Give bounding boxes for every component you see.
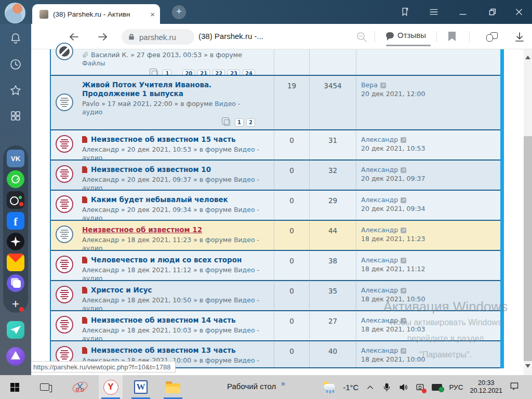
vk-icon[interactable]: VK — [7, 150, 24, 167]
taskbar-clock[interactable]: 20:33 20.12.2021 — [470, 379, 502, 395]
microphone-icon[interactable] — [382, 382, 392, 392]
facebook-icon[interactable]: f — [7, 212, 24, 230]
forward-icon[interactable] — [97, 31, 109, 43]
last-post-author-link[interactable]: Александр — [361, 226, 398, 234]
topic-row[interactable]: Василий К. » 27 фев 2013, 00:53 » в фору… — [51, 49, 500, 75]
purple-app-icon[interactable] — [7, 274, 24, 292]
bookmarks-star-icon[interactable] — [9, 84, 22, 97]
snipping-tool-button[interactable] — [69, 375, 91, 399]
topic-title-link[interactable]: Неизвестное об известном 13 часть — [91, 346, 236, 355]
scrollbar-thumb[interactable] — [524, 136, 532, 361]
action-center-icon[interactable] — [509, 381, 520, 393]
goto-last-post-icon[interactable]: ↗ — [401, 318, 406, 324]
topic-title-link[interactable]: Неизвестное об известном 10 — [91, 165, 211, 174]
start-button[interactable] — [3, 375, 26, 399]
messenger-icon[interactable] — [7, 321, 24, 339]
weather-icon[interactable] — [323, 381, 336, 393]
forum-link[interactable]: Файлы — [82, 59, 105, 67]
topic-title-link[interactable]: Человечество и люди со всех сторон — [91, 256, 242, 264]
topic-title-link[interactable]: Христос и Исус — [91, 286, 152, 295]
goto-last-post-icon[interactable]: ↗ — [401, 167, 406, 173]
goto-last-post-icon[interactable]: ↗ — [401, 348, 406, 354]
browser-tab[interactable]: (38) Parshek.ru - Активн × — [32, 4, 160, 24]
sync-status-icon[interactable] — [415, 382, 425, 392]
minimize-icon[interactable] — [457, 6, 469, 18]
topic-title-link[interactable]: Живой Поток Учителя Иванова. Продолжение… — [82, 81, 265, 98]
camera-app-icon[interactable] — [7, 191, 24, 209]
scroll-down-icon[interactable] — [525, 364, 530, 370]
show-hidden-icons-chevron[interactable] — [365, 382, 375, 392]
feedback-button[interactable]: Отзывы — [386, 31, 426, 39]
whatsapp-icon[interactable] — [7, 170, 24, 188]
last-post-author-link[interactable]: Александр — [361, 316, 398, 324]
goto-last-post-icon[interactable]: ↗ — [401, 258, 406, 263]
last-post-author-link[interactable]: Александр — [361, 136, 398, 143]
goto-last-post-icon[interactable]: ↗ — [401, 197, 406, 203]
sidebar-panel-icon[interactable] — [399, 6, 410, 18]
goto-last-post-icon[interactable]: ↗ — [401, 228, 406, 233]
tableau-grid-icon[interactable] — [9, 110, 22, 122]
payment-app-icon[interactable] — [432, 384, 442, 391]
zen-icon[interactable] — [7, 233, 24, 250]
topic-row[interactable]: Неизвестное об известном 12Александр » 1… — [51, 220, 500, 250]
last-post-cell: Александр↗18 дек 2021, 11:12 — [356, 250, 500, 283]
bookmark-icon[interactable] — [448, 32, 456, 41]
explorer-taskbar-button[interactable] — [161, 375, 185, 399]
topic-title-link[interactable]: Неизвестное об известном 15 часть — [91, 135, 236, 144]
menu-icon[interactable] — [428, 6, 440, 18]
close-icon[interactable] — [513, 6, 525, 18]
desktop-toolbar-label[interactable]: Рабочий стол — [227, 382, 276, 391]
toolbar-overflow-chevron[interactable]: » — [281, 379, 285, 388]
task-view-button[interactable] — [33, 375, 56, 399]
alice-icon[interactable] — [6, 347, 25, 366]
replies-count: 0 — [274, 159, 309, 192]
new-tab-button[interactable]: + — [172, 5, 186, 19]
zoom-out-icon[interactable] — [355, 31, 368, 43]
topic-row[interactable]: Неизвестное об известном 10Александр » 2… — [51, 159, 500, 190]
bell-icon[interactable] — [9, 32, 22, 45]
page-number-link[interactable]: 1 — [235, 118, 244, 127]
topic-row[interactable]: Живой Поток Учителя Иванова. Продолжение… — [51, 75, 500, 129]
last-post-cell: Александр↗20 дек 2021, 09:37 — [356, 159, 500, 192]
topic-title-link[interactable]: Неизвестное об известном 14 часть — [91, 316, 236, 325]
topic-meta: Василий К. » 27 фев 2013, 00:53 » в фору… — [82, 51, 261, 68]
vertical-scrollbar[interactable] — [524, 49, 532, 375]
topic-title-link[interactable]: Каким будет небывалый человек — [91, 195, 228, 204]
last-post-author-link[interactable]: Вера — [361, 81, 378, 89]
history-clock-icon[interactable] — [9, 58, 22, 71]
goto-last-post-icon[interactable]: ↗ — [380, 83, 386, 88]
last-post-cell — [356, 49, 500, 78]
topic-row[interactable]: Неизвестное об известном 14 частьАлексан… — [51, 310, 500, 340]
page-number-link[interactable]: 2 — [246, 118, 255, 127]
topic-row[interactable]: Христос и ИсусАлександр » 18 дек 2021, 1… — [51, 280, 500, 310]
last-post-author-link[interactable]: Александр — [361, 286, 398, 294]
goto-last-post-icon[interactable]: ↗ — [401, 137, 406, 143]
add-app-icon[interactable]: + — [7, 295, 24, 313]
word-taskbar-button[interactable]: W — [129, 375, 153, 399]
forum-link[interactable]: Видео - аудио — [82, 100, 240, 116]
topic-title-link[interactable]: Неизвестное об известном 12 — [82, 225, 202, 234]
profile-avatar[interactable] — [5, 3, 25, 23]
scroll-up-icon[interactable] — [525, 53, 530, 59]
status-dot — [438, 387, 444, 392]
last-post-author-link[interactable]: Александр — [361, 166, 398, 174]
temperature-label[interactable]: -1°C — [343, 383, 358, 392]
back-icon[interactable] — [68, 31, 80, 43]
yandex-mail-icon[interactable] — [7, 254, 24, 271]
download-icon[interactable] — [513, 31, 526, 43]
scissors-icon — [74, 381, 86, 393]
collections-icon[interactable] — [486, 32, 498, 42]
tab-close-icon[interactable]: × — [150, 10, 155, 19]
last-post-author-link[interactable]: Александр — [361, 256, 398, 264]
topic-row[interactable]: Неизвестное об известном 15 частьАлексан… — [51, 129, 500, 159]
topic-row[interactable]: Каким будет небывалый человекАлександр »… — [51, 190, 500, 220]
last-post-author-link[interactable]: Александр — [361, 347, 398, 354]
last-post-author-link[interactable]: Александр — [361, 196, 398, 204]
address-bar[interactable]: parshek.ru — [122, 29, 194, 45]
volume-icon[interactable] — [398, 382, 408, 392]
restore-icon[interactable] — [486, 6, 498, 18]
language-indicator[interactable]: РУС — [449, 383, 463, 391]
yandex-browser-taskbar-button[interactable]: Y — [99, 375, 123, 399]
topic-row[interactable]: Человечество и люди со всех сторонАлекса… — [51, 250, 500, 280]
goto-last-post-icon[interactable]: ↗ — [401, 288, 406, 294]
